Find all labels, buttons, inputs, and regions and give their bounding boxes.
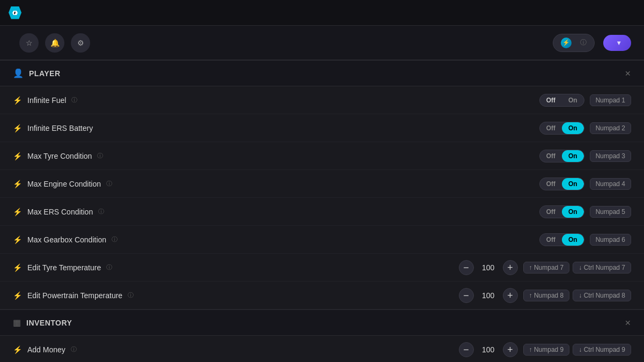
mod-left-max-tyre-condition: ⚡ Max Tyre Condition ⓘ [13,152,539,160]
bolt-icon-infinite-fuel: ⚡ [13,96,22,105]
minimize-button[interactable] [573,5,588,20]
save-mods-icon: ⚡ [561,38,572,48]
settings-button[interactable]: ⚙ [71,33,90,53]
mod-name-max-gearbox-condition: Max Gearbox Condition [27,235,106,244]
info-icon-max-ers-condition[interactable]: ⓘ [98,208,104,216]
toggle-off-max-tyre-condition[interactable]: Off [540,150,562,162]
shortcut-max-engine-condition: Numpad 4 [590,178,631,190]
main-content: 👤 Player ✕ ⚡ Infinite Fuel ⓘ Off On Nump… [0,60,644,362]
mod-right-max-engine-condition: Off On Numpad 4 [539,178,631,190]
shortcut-up-edit-tyre-temperature: ↑ Numpad 7 [523,262,570,274]
section-title-wrap-inventory: ▦ Inventory [13,317,72,328]
section-collapse-player[interactable]: ✕ [625,69,631,78]
wemod-logo-icon [9,6,21,19]
mod-row-max-ers-condition: ⚡ Max ERS Condition ⓘ Off On Numpad 5 [0,198,644,226]
shortcut-max-tyre-condition: Numpad 3 [590,150,631,162]
mod-left-edit-powertrain-temperature: ⚡ Edit Powertrain Temperature ⓘ [13,291,459,300]
bolt-icon-max-tyre-condition: ⚡ [13,152,22,160]
info-icon-edit-powertrain-temperature[interactable]: ⓘ [128,291,134,299]
stepper-value-edit-tyre-temperature: 100 [480,263,496,272]
play-chevron-icon: ▾ [617,39,620,47]
favorite-button[interactable]: ☆ [19,33,39,53]
play-button[interactable]: ▾ [603,35,631,51]
kbd-group-add-money: ↑ Numpad 9 ↓ Ctrl Numpad 9 [523,344,631,356]
section-collapse-inventory[interactable]: ✕ [625,319,631,327]
toggle-off-infinite-ers-battery[interactable]: Off [540,122,562,134]
toggle-on-max-engine-condition[interactable]: On [562,178,584,190]
mod-left-max-ers-condition: ⚡ Max ERS Condition ⓘ [13,208,539,216]
bolt-icon-max-gearbox-condition: ⚡ [13,235,22,244]
info-icon-max-engine-condition[interactable]: ⓘ [106,180,112,188]
shortcut-up-add-money: ↑ Numpad 9 [523,344,570,356]
toggle-off-infinite-fuel[interactable]: Off [540,94,562,106]
mod-left-edit-tyre-temperature: ⚡ Edit Tyre Temperature ⓘ [13,263,459,272]
section-header-player: 👤 Player ✕ [0,60,644,86]
shortcut-max-ers-condition: Numpad 5 [590,206,631,218]
close-button[interactable] [620,5,635,20]
toggle-off-max-engine-condition[interactable]: Off [540,178,562,190]
stepper-minus-add-money[interactable]: − [459,342,474,357]
window-controls [573,5,635,20]
shortcut-up-edit-powertrain-temperature: ↑ Numpad 8 [523,290,570,301]
save-mods-info-icon: ⓘ [580,38,587,47]
toggle-on-max-tyre-condition[interactable]: On [562,150,584,162]
mod-name-infinite-ers-battery: Infinite ERS Battery [27,124,93,132]
notifications-button[interactable]: 🔔 [45,33,64,53]
mod-right-infinite-ers-battery: Off On Numpad 2 [539,122,631,135]
stepper-plus-edit-powertrain-temperature[interactable]: + [503,288,518,303]
toggle-infinite-fuel[interactable]: Off On [539,94,584,107]
shortcut-infinite-ers-battery: Numpad 2 [590,122,631,134]
toggle-on-max-gearbox-condition[interactable]: On [562,234,584,246]
toggle-infinite-ers-battery[interactable]: Off On [539,122,584,135]
info-icon-add-money[interactable]: ⓘ [71,345,77,353]
toggle-max-engine-condition[interactable]: Off On [539,178,584,190]
mod-row-add-money: ⚡ Add Money ⓘ − 100 + ↑ Numpad 9 ↓ Ctrl … [0,336,644,362]
mod-left-infinite-ers-battery: ⚡ Infinite ERS Battery [13,124,539,132]
mod-left-max-engine-condition: ⚡ Max Engine Condition ⓘ [13,180,539,188]
section-title-player: Player [29,69,61,78]
mod-name-max-tyre-condition: Max Tyre Condition [27,152,92,160]
mod-row-max-gearbox-condition: ⚡ Max Gearbox Condition ⓘ Off On Numpad … [0,226,644,254]
toggle-on-infinite-ers-battery[interactable]: On [562,122,584,134]
section-header-inventory: ▦ Inventory ✕ [0,309,644,336]
mod-right-edit-powertrain-temperature: − 100 + ↑ Numpad 8 ↓ Ctrl Numpad 8 [459,288,631,303]
info-icon-max-gearbox-condition[interactable]: ⓘ [112,235,118,243]
info-icon-max-tyre-condition[interactable]: ⓘ [97,152,103,160]
shortcut-down-edit-tyre-temperature: ↓ Ctrl Numpad 7 [573,262,631,274]
shortcut-down-edit-powertrain-temperature: ↓ Ctrl Numpad 8 [573,290,631,301]
toggle-on-infinite-fuel[interactable]: On [562,94,584,106]
info-icon-edit-tyre-temperature[interactable]: ⓘ [106,263,112,271]
stepper-value-add-money: 100 [480,345,496,354]
mod-row-infinite-ers-battery: ⚡ Infinite ERS Battery Off On Numpad 2 [0,114,644,142]
mod-right-max-tyre-condition: Off On Numpad 3 [539,150,631,162]
stepper-minus-edit-tyre-temperature[interactable]: − [459,260,474,275]
stepper-minus-edit-powertrain-temperature[interactable]: − [459,288,474,303]
mod-right-infinite-fuel: Off On Numpad 1 [539,94,631,107]
mod-right-edit-tyre-temperature: − 100 + ↑ Numpad 7 ↓ Ctrl Numpad 7 [459,260,631,275]
maximize-button[interactable] [597,5,612,20]
save-mods-button[interactable]: ⚡ ⓘ [553,34,595,52]
section-title-inventory: Inventory [26,319,72,327]
toggle-max-tyre-condition[interactable]: Off On [539,150,584,162]
mod-name-max-engine-condition: Max Engine Condition [27,180,101,188]
shortcut-max-gearbox-condition: Numpad 6 [590,234,631,246]
mod-left-add-money: ⚡ Add Money ⓘ [13,345,459,354]
stepper-add-money: − 100 + [459,342,518,357]
shortcut-down-add-money: ↓ Ctrl Numpad 9 [573,344,631,356]
stepper-plus-add-money[interactable]: + [503,342,518,357]
mod-row-infinite-fuel: ⚡ Infinite Fuel ⓘ Off On Numpad 1 [0,86,644,114]
toggle-max-gearbox-condition[interactable]: Off On [539,233,584,246]
toggle-off-max-gearbox-condition[interactable]: Off [540,234,562,246]
wemod-logo [9,6,26,19]
mod-row-edit-powertrain-temperature: ⚡ Edit Powertrain Temperature ⓘ − 100 + … [0,282,644,309]
mod-name-max-ers-condition: Max ERS Condition [27,208,93,216]
mod-right-max-ers-condition: Off On Numpad 5 [539,205,631,218]
section-icon-player: 👤 [13,68,24,78]
info-icon-infinite-fuel[interactable]: ⓘ [71,96,77,104]
app-header: ☆ 🔔 ⚙ ⚡ ⓘ ▾ [0,26,644,60]
toggle-off-max-ers-condition[interactable]: Off [540,206,562,218]
stepper-plus-edit-tyre-temperature[interactable]: + [503,260,518,275]
toggle-max-ers-condition[interactable]: Off On [539,205,584,218]
mod-name-edit-tyre-temperature: Edit Tyre Temperature [27,263,101,272]
toggle-on-max-ers-condition[interactable]: On [562,206,584,218]
